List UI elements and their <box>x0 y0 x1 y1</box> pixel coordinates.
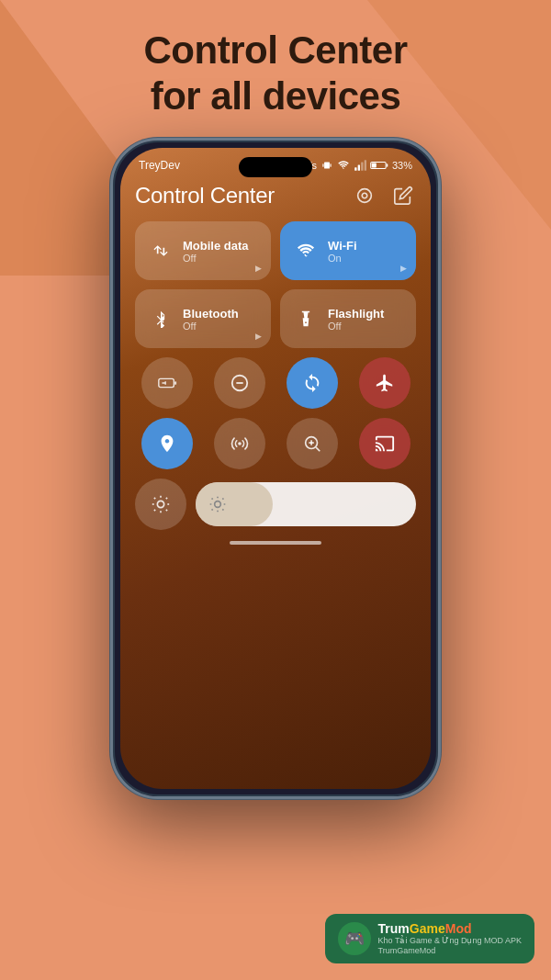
battery-percent: 33% <box>392 160 412 171</box>
wifi-toggle[interactable]: Wi-Fi On ▶ <box>280 221 416 280</box>
watermark-logo: 🎮 <box>338 922 371 955</box>
svg-rect-8 <box>387 163 388 167</box>
dnd-btn[interactable] <box>214 357 265 409</box>
svg-rect-5 <box>361 163 363 171</box>
svg-line-34 <box>222 509 223 510</box>
svg-line-37 <box>212 509 213 510</box>
wifi-status-icon <box>337 159 350 172</box>
bluetooth-corner: ▶ <box>255 332 262 341</box>
round-grid-row1 <box>135 357 416 409</box>
mobile-data-text: Mobile data Off <box>183 239 249 264</box>
svg-rect-6 <box>365 160 366 171</box>
dynamic-island <box>239 157 312 177</box>
bluetooth-toggle[interactable]: Bluetooth Off ▶ <box>135 289 271 348</box>
page-title-area: Control Center for all devices <box>0 28 551 120</box>
cc-content: Control Center <box>120 175 431 563</box>
phone-screen: TreyDev 16 kB/s <box>120 148 431 789</box>
watermark-name: TrumGameMod <box>378 921 522 937</box>
flashlight-toggle[interactable]: Flashlight Off <box>280 289 416 348</box>
edit-icon-btn[interactable] <box>390 183 416 208</box>
watermark-sub2: TrumGameMod <box>378 946 522 956</box>
svg-rect-4 <box>358 164 360 170</box>
svg-rect-12 <box>158 378 174 387</box>
screen-magnify-btn[interactable] <box>287 418 338 469</box>
flashlight-icon <box>293 306 319 332</box>
watermark: 🎮 TrumGameMod Kho Tải Game & Ứng Dụng MO… <box>325 914 534 963</box>
signal-icon <box>354 159 366 172</box>
hotspot-btn[interactable] <box>214 418 265 469</box>
svg-line-33 <box>212 499 213 500</box>
mobile-data-corner: ▶ <box>255 264 262 273</box>
focus-icon-btn[interactable] <box>352 183 377 208</box>
watermark-sub: Kho Tải Game & Ứng Dụng MOD APK <box>378 936 522 946</box>
svg-point-30 <box>215 501 221 508</box>
wifi-corner: ▶ <box>400 264 407 273</box>
bluetooth-icon <box>148 306 174 332</box>
svg-line-18 <box>316 447 320 451</box>
battery-status-icon <box>370 159 388 172</box>
mobile-data-icon <box>148 238 174 264</box>
wifi-toggle-icon <box>293 238 319 264</box>
svg-rect-2 <box>330 163 331 167</box>
svg-line-28 <box>154 510 155 511</box>
cc-header: Control Center <box>135 183 416 208</box>
svg-point-21 <box>157 501 163 507</box>
phone-mockup: TreyDev 16 kB/s <box>110 138 441 799</box>
brightness-fill <box>196 482 273 526</box>
svg-point-16 <box>238 442 242 445</box>
svg-rect-3 <box>354 167 356 171</box>
brightness-sun-icon <box>208 495 227 513</box>
round-grid-row2 <box>135 418 416 469</box>
brightness-row <box>135 479 416 530</box>
mobile-data-toggle[interactable]: Mobile data Off ▶ <box>135 221 271 280</box>
svg-line-38 <box>222 499 223 500</box>
svg-rect-13 <box>174 381 176 385</box>
svg-rect-0 <box>324 163 330 169</box>
focus-icon <box>354 186 375 206</box>
toggle-grid: Mobile data Off ▶ Wi-Fi <box>135 221 416 348</box>
svg-point-11 <box>358 189 372 203</box>
phone-frame: TreyDev 16 kB/s <box>110 138 441 799</box>
cc-header-icons <box>352 183 416 208</box>
svg-rect-9 <box>372 163 377 168</box>
carrier-label: TreyDev <box>139 159 180 172</box>
brightness-settings-btn[interactable] <box>135 479 186 530</box>
edit-icon <box>393 186 413 206</box>
vibration-icon <box>320 159 333 172</box>
bluetooth-text: Bluetooth Off <box>183 307 239 332</box>
svg-line-25 <box>166 510 167 511</box>
svg-line-29 <box>166 498 167 499</box>
brightness-slider[interactable] <box>196 482 416 526</box>
location-btn[interactable] <box>141 418 193 469</box>
home-indicator <box>230 541 321 545</box>
flashlight-text: Flashlight Off <box>328 307 384 332</box>
svg-point-10 <box>362 193 367 198</box>
cc-title: Control Center <box>135 183 275 208</box>
wifi-text: Wi-Fi On <box>328 239 357 264</box>
sync-btn[interactable] <box>287 357 338 409</box>
svg-line-24 <box>154 498 155 499</box>
airplane-btn[interactable] <box>359 357 410 409</box>
svg-rect-1 <box>322 163 323 167</box>
battery-saver-btn[interactable] <box>141 357 193 409</box>
cast-btn[interactable] <box>359 418 410 469</box>
page-title: Control Center for all devices <box>0 28 551 120</box>
watermark-text: TrumGameMod Kho Tải Game & Ứng Dụng MOD … <box>378 921 522 956</box>
